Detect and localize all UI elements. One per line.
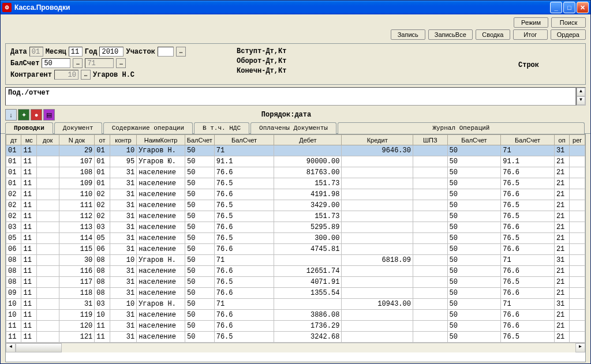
memo-scrollbar[interactable]: ▲ ▼ — [576, 87, 586, 106]
balacct2-lookup-button[interactable]: … — [116, 58, 126, 68]
month-input[interactable] — [69, 47, 83, 57]
col-header[interactable]: БалСчет — [501, 135, 555, 145]
action-icon-1[interactable]: ↓ — [5, 109, 17, 121]
summary-line-3: Конечн-Дт,Кт — [237, 66, 286, 76]
table-row[interactable]: 08111160831население5076.612651.745076.6… — [6, 266, 585, 277]
data-grid[interactable]: дтмсдокN докотконтрНаимКонтрБалСчетБалСч… — [6, 134, 585, 343]
запись-button[interactable]: Запись — [391, 29, 425, 40]
col-header[interactable]: Кредит — [342, 135, 413, 145]
col-header[interactable]: дт — [6, 135, 21, 145]
col-header[interactable]: НаимКонтр — [137, 135, 185, 145]
table-row[interactable]: 11111201131население5076.61736.295076.62… — [6, 321, 585, 332]
year-label: Год — [85, 48, 98, 56]
summary-line-1: Вступт-Дт,Кт — [237, 47, 286, 57]
tab-1[interactable]: Документ — [54, 122, 102, 134]
col-header[interactable]: рег — [570, 135, 585, 145]
col-header[interactable]: мс — [21, 135, 36, 145]
scroll-thumb[interactable] — [16, 343, 62, 352]
col-header[interactable]: БалСчет — [185, 135, 214, 145]
maximize-button[interactable]: □ — [563, 2, 575, 13]
counterparty-lookup-button[interactable]: … — [81, 70, 91, 80]
поиск-button[interactable]: Поиск — [551, 17, 586, 28]
col-header[interactable]: Дебет — [274, 135, 342, 145]
col-header[interactable]: ШПЗ — [413, 135, 447, 145]
итог-button[interactable]: Итог — [513, 29, 548, 40]
area-input[interactable] — [158, 47, 174, 57]
counterparty-id-input[interactable] — [54, 70, 78, 80]
summary-line-2: Оборот-Дт,Кт — [237, 57, 286, 66]
action-icon-3[interactable]: ● — [31, 109, 42, 121]
area-lookup-button[interactable]: … — [176, 47, 186, 57]
table-row[interactable]: 02111100231население5076.64191.985076.62… — [6, 189, 585, 200]
balacct2-input[interactable] — [85, 58, 114, 68]
col-header[interactable]: оп — [554, 135, 569, 145]
balacct-label: БалСчет — [10, 59, 39, 67]
rows-count-label: Строк — [518, 61, 539, 69]
counterparty-name: Угаров Н.С — [93, 71, 134, 79]
ордера-button[interactable]: Ордера — [551, 29, 586, 40]
table-row[interactable]: 10111191031население5076.63886.085076.62… — [6, 310, 585, 321]
col-header[interactable]: БалСчет — [214, 135, 274, 145]
table-row[interactable]: 1011310310Угаров Н.507110943.00507131 — [6, 299, 585, 310]
table-row[interactable]: 0811300810Угаров Н.50716818.09507131 — [6, 255, 585, 266]
month-label: Месяц — [46, 48, 66, 56]
scroll-down-icon[interactable]: ▼ — [577, 96, 585, 105]
table-row[interactable]: 08111170831население5076.54071.915076.52… — [6, 277, 585, 288]
date-input[interactable] — [29, 47, 43, 57]
col-header[interactable]: док — [36, 135, 59, 145]
col-header[interactable]: от — [95, 135, 110, 145]
table-row[interactable]: 02111110231население5076.53429.005076.52… — [6, 200, 585, 211]
col-header[interactable]: контр — [110, 135, 136, 145]
table-row[interactable]: 01111090131население5076.5151.735076.521 — [6, 178, 585, 189]
year-input[interactable] — [99, 47, 124, 57]
scroll-up-icon[interactable]: ▲ — [577, 88, 585, 96]
table-row[interactable]: 05111140531население5076.5300.005076.521 — [6, 233, 585, 244]
tab-2[interactable]: Содержание операции — [103, 122, 193, 134]
titlebar[interactable]: ⚙ Касса.Проводки _ □ ✕ — [1, 1, 590, 14]
tab-0[interactable]: Проводки — [5, 122, 53, 134]
table-row[interactable]: 01111080131население5076.681763.005076.6… — [6, 167, 585, 178]
horizontal-scrollbar[interactable]: ◄ ► — [6, 343, 585, 352]
table-row[interactable]: 03111130331население5076.65295.895076.62… — [6, 222, 585, 233]
balacct-input[interactable] — [42, 58, 70, 68]
table-row[interactable]: 06111150631население5076.64745.815076.62… — [6, 244, 585, 255]
сводка-button[interactable]: Сводка — [476, 29, 510, 40]
action-icon-4[interactable]: ▤ — [43, 109, 55, 121]
summary-block: Вступт-Дт,Кт Оборот-Дт,Кт Конечн-Дт,Кт — [237, 47, 286, 76]
counterparty-label: Контрагент — [10, 71, 52, 79]
col-header[interactable]: N док — [59, 135, 95, 145]
table-row[interactable]: 11111211131население5076.53242.685076.52… — [6, 332, 585, 343]
minimize-button[interactable]: _ — [550, 2, 562, 13]
table-row[interactable]: 01111070195Угаров Ю.5091.190000.005091.1… — [6, 156, 585, 167]
area-label: Участок — [126, 48, 155, 56]
main-window: ⚙ Касса.Проводки _ □ ✕ РежимПоиск Запись… — [0, 0, 591, 364]
table-row[interactable]: 02111120231население5076.5151.735076.521 — [6, 211, 585, 222]
table-row[interactable]: 0111290110Угаров Н.50719646.30507131 — [6, 145, 585, 156]
tab-5[interactable]: Журнал Операций — [338, 122, 585, 134]
режим-button[interactable]: Режим — [514, 17, 548, 28]
table-row[interactable]: 09111180831население5076.61355.545076.62… — [6, 288, 585, 299]
app-icon: ⚙ — [2, 3, 12, 12]
date-label: Дата — [10, 48, 27, 56]
memo-field[interactable]: Под./отчет — [5, 87, 576, 106]
tab-3[interactable]: В т.ч. НДС — [194, 122, 249, 134]
window-title: Касса.Проводки — [14, 3, 550, 12]
filter-panel: Дата Месяц Год Участок … БалСчет … … Кон… — [5, 43, 586, 85]
tab-4[interactable]: Оплачены Документы — [250, 122, 336, 134]
scroll-right-icon[interactable]: ► — [575, 343, 585, 352]
col-header[interactable]: БалСчет — [447, 135, 501, 145]
close-button[interactable]: ✕ — [577, 2, 589, 13]
balacct-lookup-button[interactable]: … — [73, 58, 83, 68]
scroll-left-icon[interactable]: ◄ — [6, 343, 16, 352]
order-label: Порядок:дата — [56, 111, 586, 119]
записьвсе-button[interactable]: ЗаписьВсе — [428, 29, 473, 40]
action-icon-2[interactable]: ✦ — [18, 109, 29, 121]
